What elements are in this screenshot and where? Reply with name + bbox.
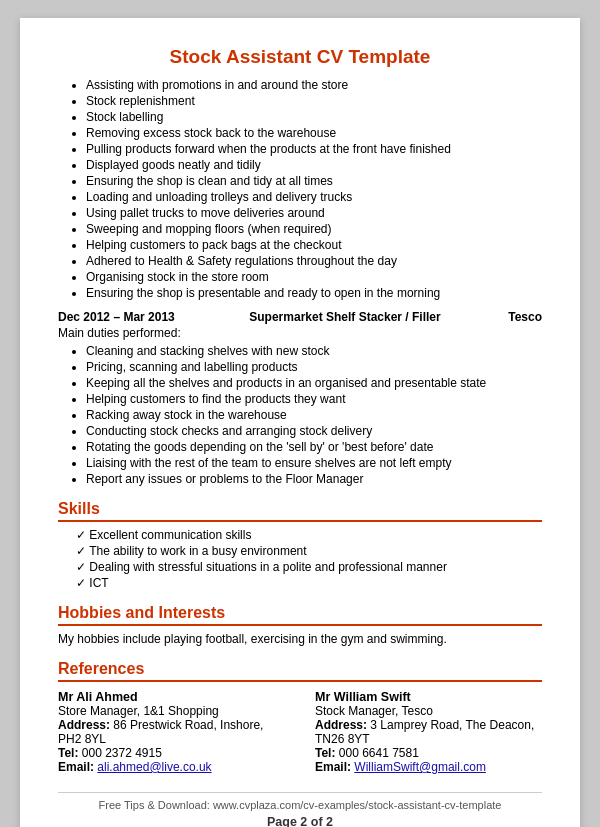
ref2-email-line: Email: WilliamSwift@gmail.com: [315, 760, 542, 774]
ref1-email-line: Email: ali.ahmed@live.co.uk: [58, 760, 285, 774]
job-title: Supermarket Shelf Stacker / Filler: [198, 310, 492, 324]
intro-list-item: Stock labelling: [86, 110, 542, 124]
ref1-address-label: Address:: [58, 718, 110, 732]
ref1-email[interactable]: ali.ahmed@live.co.uk: [97, 760, 211, 774]
skills-divider: [58, 520, 542, 522]
intro-list: Assisting with promotions in and around …: [58, 78, 542, 300]
intro-list-item: Assisting with promotions in and around …: [86, 78, 542, 92]
duty-list-item: Racking away stock in the warehouse: [86, 408, 542, 422]
intro-list-item: Pulling products forward when the produc…: [86, 142, 542, 156]
ref1-address-line: Address: 86 Prestwick Road, Inshore, PH2…: [58, 718, 285, 746]
ref2-role: Stock Manager, Tesco: [315, 704, 542, 718]
ref2-tel-line: Tel: 000 6641 7581: [315, 746, 542, 760]
job-dates: Dec 2012 – Mar 2013: [58, 310, 198, 324]
footer-page: Page 2 of 2: [58, 815, 542, 827]
duties-list: Cleaning and stacking shelves with new s…: [58, 344, 542, 486]
ref1-tel: 000 2372 4915: [82, 746, 162, 760]
skills-list: Excellent communication skillsThe abilit…: [58, 528, 542, 590]
ref2-address-line: Address: 3 Lamprey Road, The Deacon, TN2…: [315, 718, 542, 746]
ref1-role: Store Manager, 1&1 Shopping: [58, 704, 285, 718]
intro-list-item: Helping customers to pack bags at the ch…: [86, 238, 542, 252]
ref2-name: Mr William Swift: [315, 690, 542, 704]
intro-list-item: Organising stock in the store room: [86, 270, 542, 284]
intro-list-item: Displayed goods neatly and tidily: [86, 158, 542, 172]
job-header: Dec 2012 – Mar 2013 Supermarket Shelf St…: [58, 310, 542, 324]
ref2-email-label: Email:: [315, 760, 351, 774]
job-company: Tesco: [492, 310, 542, 324]
duty-list-item: Cleaning and stacking shelves with new s…: [86, 344, 542, 358]
duty-list-item: Keeping all the shelves and products in …: [86, 376, 542, 390]
ref2-email[interactable]: WilliamSwift@gmail.com: [354, 760, 486, 774]
intro-list-item: Sweeping and mopping floors (when requir…: [86, 222, 542, 236]
duty-list-item: Liaising with the rest of the team to en…: [86, 456, 542, 470]
duty-list-item: Pricing, scanning and labelling products: [86, 360, 542, 374]
ref2-tel-label: Tel:: [315, 746, 335, 760]
reference-1: Mr Ali Ahmed Store Manager, 1&1 Shopping…: [58, 690, 285, 774]
ref2-tel: 000 6641 7581: [339, 746, 419, 760]
hobbies-title: Hobbies and Interests: [58, 604, 542, 622]
references-row: Mr Ali Ahmed Store Manager, 1&1 Shopping…: [58, 690, 542, 774]
references-title: References: [58, 660, 542, 678]
ref1-tel-line: Tel: 000 2372 4915: [58, 746, 285, 760]
skill-list-item: Dealing with stressful situations in a p…: [76, 560, 542, 574]
intro-list-item: Loading and unloading trolleys and deliv…: [86, 190, 542, 204]
ref1-tel-label: Tel:: [58, 746, 78, 760]
ref1-email-label: Email:: [58, 760, 94, 774]
hobbies-text: My hobbies include playing football, exe…: [58, 632, 542, 646]
ref2-address-label: Address:: [315, 718, 367, 732]
cv-page: Stock Assistant CV Template Assisting wi…: [20, 18, 580, 827]
intro-list-item: Ensuring the shop is clean and tidy at a…: [86, 174, 542, 188]
hobbies-divider: [58, 624, 542, 626]
duty-list-item: Conducting stock checks and arranging st…: [86, 424, 542, 438]
references-divider: [58, 680, 542, 682]
ref1-name: Mr Ali Ahmed: [58, 690, 285, 704]
intro-list-item: Removing excess stock back to the wareho…: [86, 126, 542, 140]
skill-list-item: The ability to work in a busy environmen…: [76, 544, 542, 558]
page-title: Stock Assistant CV Template: [58, 46, 542, 68]
duty-list-item: Report any issues or problems to the Flo…: [86, 472, 542, 486]
footer-tip: Free Tips & Download: www.cvplaza.com/cv…: [58, 792, 542, 811]
skill-list-item: Excellent communication skills: [76, 528, 542, 542]
skills-title: Skills: [58, 500, 542, 518]
duty-list-item: Rotating the goods depending on the 'sel…: [86, 440, 542, 454]
skill-list-item: ICT: [76, 576, 542, 590]
main-duties-label: Main duties performed:: [58, 326, 542, 340]
reference-2: Mr William Swift Stock Manager, Tesco Ad…: [315, 690, 542, 774]
duty-list-item: Helping customers to find the products t…: [86, 392, 542, 406]
intro-list-item: Using pallet trucks to move deliveries a…: [86, 206, 542, 220]
intro-list-item: Adhered to Health & Safety regulations t…: [86, 254, 542, 268]
intro-list-item: Stock replenishment: [86, 94, 542, 108]
intro-list-item: Ensuring the shop is presentable and rea…: [86, 286, 542, 300]
